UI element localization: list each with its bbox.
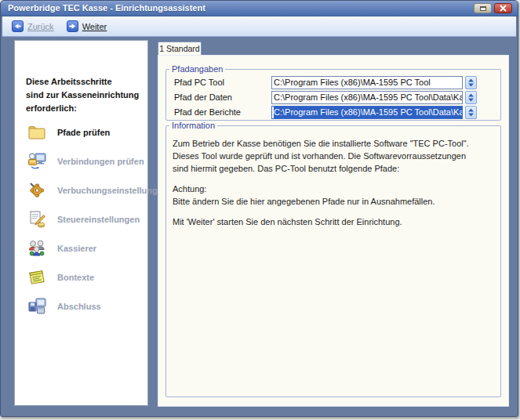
window-controls (474, 3, 512, 13)
berichte-path-input[interactable]: C:\Program Files (x86)\MA-1595 PC Tool\D… (271, 106, 463, 119)
steps-list: Pfade prüfen (15, 118, 147, 320)
up-down-arrows-icon (467, 93, 475, 102)
window-title: Powerbridge TEC Kasse - Einrichtungsassi… (8, 3, 205, 13)
info-text: Zum Betrieb der Kasse benötigen Sie die … (173, 137, 496, 228)
back-button-label: Zurück (27, 22, 54, 31)
tab-standard[interactable]: 1 Standard (158, 42, 202, 56)
field-label: Pfad der Daten (174, 91, 232, 104)
restore-button[interactable] (474, 3, 492, 13)
step-label: Kassierer (57, 244, 96, 253)
close-icon (500, 5, 507, 12)
gear-wrench-icon (27, 180, 47, 200)
steps-sidebar: Diese Arbeitsschritte sind zur Kassenein… (14, 40, 148, 406)
step-verbuchungseinstellungen: Verbuchungseinstellungen (15, 176, 147, 205)
field-label: Pfad der Berichte (174, 106, 241, 119)
next-button[interactable]: Weiter (67, 20, 107, 32)
step-abschluss: Abschluss (15, 291, 147, 320)
field-row-daten: Pfad der Daten C:\Program Files (x86)\MA… (166, 91, 500, 104)
field-label: Pfad PC Tool (174, 76, 224, 89)
connection-check-icon (27, 151, 47, 171)
path-group-title: Pfadangaben (169, 64, 225, 74)
step-label: Abschluss (57, 302, 101, 311)
receipt-note-icon (27, 267, 47, 287)
info-line-blank (173, 175, 496, 183)
arrow-left-icon (12, 20, 24, 32)
cashiers-icon (27, 238, 47, 258)
info-line: sind hiermit gegeben. Das PC-Tool benutz… (173, 162, 496, 175)
close-button[interactable] (494, 3, 512, 13)
wizard-toolbar: Zurück Weiter (2, 16, 516, 37)
back-button[interactable]: Zurück (12, 20, 54, 32)
step-label: Verbuchungseinstellungen (57, 186, 168, 195)
folder-icon (27, 122, 47, 142)
input-value-selected: C:\Program Files (x86)\MA-1595 PC Tool\D… (274, 107, 463, 118)
info-line: Achtung: (173, 183, 496, 195)
step-pfade-pruefen: Pfade prüfen (15, 118, 147, 147)
wizard-window: Powerbridge TEC Kasse - Einrichtungsassi… (0, 0, 518, 417)
pc-tool-path-input[interactable]: C:\Program Files (x86)\MA-1595 PC Tool (271, 76, 463, 89)
step-verbindungen-pruefen: Verbindungen prüfen (15, 147, 147, 176)
finish-computer-icon (27, 296, 47, 316)
title-bar: Powerbridge TEC Kasse - Einrichtungsassi… (1, 1, 518, 16)
input-value: C:\Program Files (x86)\MA-1595 PC Tool\D… (274, 92, 463, 103)
info-line: Zum Betrieb der Kasse benötigen Sie die … (173, 137, 496, 150)
path-groupbox: Pfadangaben Pfad PC Tool C:\Program File… (165, 69, 501, 121)
tax-settings-icon (27, 209, 47, 229)
step-bontexte: Bontexte (15, 262, 147, 291)
pc-tool-path-spinner[interactable] (465, 76, 477, 89)
intro-line: erforderlich: (26, 102, 143, 115)
step-steuereinstellungen: Steuereinstellungen (15, 205, 147, 234)
input-value: C:\Program Files (x86)\MA-1595 PC Tool (274, 77, 431, 89)
intro-line: sind zur Kasseneinrichtung (26, 89, 143, 102)
step-label: Bontexte (57, 273, 94, 282)
info-line: Dieses Tool wurde geprüft und ist vorhan… (173, 150, 496, 162)
info-line: Bitte ändern Sie die hier angegebenen Pf… (173, 195, 496, 208)
intro-line: Diese Arbeitsschritte (26, 75, 143, 89)
arrow-right-icon (67, 20, 78, 32)
step-kassierer: Kassierer (15, 234, 147, 262)
restore-icon (480, 6, 486, 11)
berichte-path-spinner[interactable] (465, 106, 477, 119)
main-panel: Pfadangaben Pfad PC Tool C:\Program File… (158, 55, 509, 407)
next-button-label: Weiter (82, 22, 107, 31)
up-down-arrows-icon (467, 78, 475, 87)
info-group-title: Information (169, 121, 217, 130)
info-groupbox: Information Zum Betrieb der Kasse benöti… (165, 125, 501, 397)
info-line-blank (173, 208, 496, 215)
field-row-pc-tool: Pfad PC Tool C:\Program Files (x86)\MA-1… (166, 76, 500, 89)
sidebar-intro: Diese Arbeitsschritte sind zur Kassenein… (26, 75, 143, 115)
daten-path-spinner[interactable] (465, 91, 477, 104)
info-line: Mit 'Weiter' starten Sie den nächsten Sc… (173, 215, 496, 228)
step-label: Pfade prüfen (57, 128, 110, 137)
step-label: Steuereinstellungen (57, 215, 140, 224)
daten-path-input[interactable]: C:\Program Files (x86)\MA-1595 PC Tool\D… (271, 91, 463, 104)
step-label: Verbindungen prüfen (57, 157, 144, 166)
up-down-arrows-icon (467, 108, 475, 117)
field-row-berichte: Pfad der Berichte C:\Program Files (x86)… (166, 106, 500, 119)
